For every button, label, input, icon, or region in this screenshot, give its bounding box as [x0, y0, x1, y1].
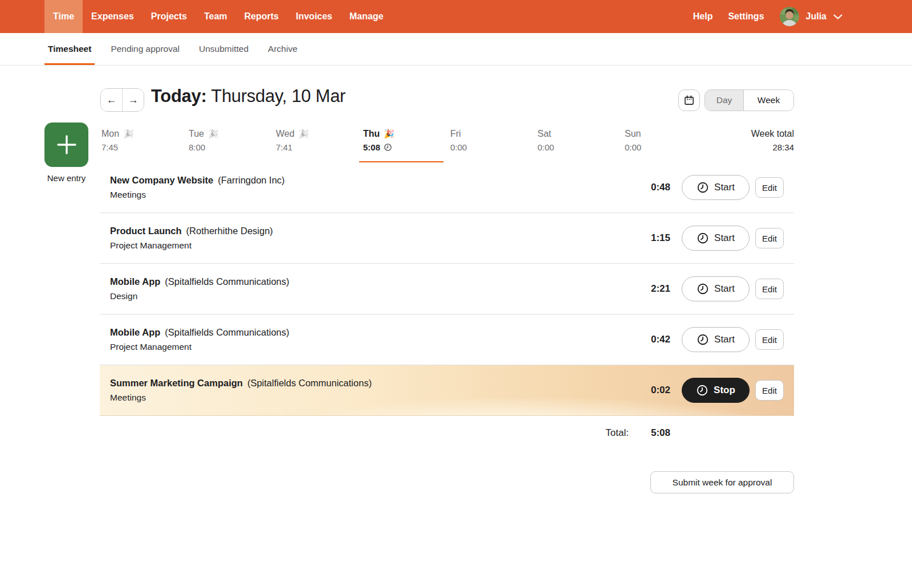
- settings-link[interactable]: Settings: [728, 11, 764, 22]
- start-timer-button[interactable]: Start: [682, 226, 750, 251]
- nav-item-projects[interactable]: Projects: [142, 0, 196, 33]
- entry-project: Mobile App: [110, 327, 160, 337]
- nav-item-invoices[interactable]: Invoices: [287, 0, 341, 33]
- celebration-emoji: 🎉: [299, 129, 310, 139]
- today-label: Today:: [151, 86, 207, 106]
- nav-item-expenses[interactable]: Expenses: [83, 0, 142, 33]
- clock-icon: [697, 283, 709, 295]
- stop-timer-button[interactable]: Stop: [682, 378, 750, 403]
- tab-unsubmitted[interactable]: Unsubmitted: [196, 33, 252, 65]
- day-column-tue[interactable]: Tue 🎉 8:00: [189, 129, 276, 152]
- nav-item-reports[interactable]: Reports: [236, 0, 287, 33]
- help-link[interactable]: Help: [693, 11, 713, 22]
- timer-button-label: Start: [714, 283, 735, 295]
- entry-row: Product Launch(Rotherhithe Design) Proje…: [100, 213, 794, 264]
- timer-button-label: Start: [714, 182, 735, 193]
- timer-button-label: Start: [714, 334, 735, 345]
- tab-archive[interactable]: Archive: [264, 33, 301, 65]
- day-name: Fri: [450, 129, 461, 139]
- entry-task: Project Management: [110, 240, 651, 251]
- entry-time: 0:02: [651, 385, 670, 396]
- day-name: Wed: [276, 129, 295, 139]
- week-day-columns: Mon 🎉 7:45 Tue 🎉 8:00 Wed 🎉 7:41 Thu 🎉: [101, 129, 794, 152]
- entry-text: Product Launch(Rotherhithe Design) Proje…: [110, 226, 651, 251]
- tab-timesheet[interactable]: Timesheet: [44, 33, 95, 65]
- new-entry-label: New entry: [44, 173, 88, 183]
- date-text: Thursday, 10 Mar: [207, 86, 346, 106]
- entry-client: (Spitalfields Communications): [165, 276, 289, 287]
- week-view-segment[interactable]: Week: [744, 90, 793, 111]
- day-time: 7:41: [276, 142, 292, 152]
- edit-entry-button[interactable]: Edit: [755, 329, 784, 350]
- entry-project: Mobile App: [110, 276, 160, 287]
- day-column-sat[interactable]: Sat 0:00: [538, 129, 625, 152]
- edit-entry-button[interactable]: Edit: [755, 177, 784, 198]
- timer-stop-icon: [696, 384, 709, 397]
- edit-entry-button[interactable]: Edit: [755, 279, 784, 299]
- day-time: 0:00: [625, 142, 641, 152]
- entry-row: Summer Marketing Campaign(Spitalfields C…: [100, 365, 794, 416]
- entry-project: Summer Marketing Campaign: [110, 378, 243, 388]
- nav-item-manage[interactable]: Manage: [341, 0, 392, 33]
- start-timer-button[interactable]: Start: [682, 175, 750, 200]
- entry-text: Mobile App(Spitalfields Communications) …: [110, 276, 651, 301]
- day-column-sun[interactable]: Sun 0:00: [625, 129, 712, 152]
- entry-list: New Company Website(Farringdon Inc) Meet…: [100, 162, 794, 416]
- entry-task: Meetings: [110, 190, 651, 200]
- calendar-icon: [683, 95, 695, 106]
- entry-text: Summer Marketing Campaign(Spitalfields C…: [110, 378, 651, 403]
- entry-row: New Company Website(Farringdon Inc) Meet…: [100, 162, 794, 213]
- page-title: Today: Thursday, 10 Mar: [151, 86, 345, 107]
- entry-client: (Rotherhithe Design): [186, 226, 273, 236]
- entry-text: Mobile App(Spitalfields Communications) …: [110, 327, 651, 352]
- day-column-thu[interactable]: Thu 🎉 5:08: [363, 129, 450, 152]
- celebration-emoji: 🎉: [384, 129, 394, 139]
- celebration-emoji: 🎉: [208, 129, 219, 139]
- nav-item-team[interactable]: Team: [196, 0, 236, 33]
- day-name: Mon: [101, 129, 119, 139]
- day-column-fri[interactable]: Fri 0:00: [450, 129, 538, 152]
- prev-day-button[interactable]: ←: [101, 89, 123, 111]
- day-name: Tue: [189, 129, 204, 139]
- user-menu[interactable]: Julia: [780, 7, 842, 26]
- day-name: Sat: [538, 129, 551, 139]
- start-timer-button[interactable]: Start: [682, 276, 750, 301]
- day-column-mon[interactable]: Mon 🎉 7:45: [101, 129, 189, 152]
- edit-entry-button[interactable]: Edit: [755, 228, 784, 248]
- clock-icon: [697, 333, 709, 346]
- timesheet-content: ← → Today: Thursday, 10 Mar Day Week New…: [0, 66, 912, 588]
- entry-task: Design: [110, 291, 651, 301]
- edit-entry-button[interactable]: Edit: [755, 380, 784, 401]
- new-entry-button[interactable]: [44, 122, 88, 167]
- day-view-segment[interactable]: Day: [705, 90, 744, 111]
- day-name: Thu: [363, 129, 380, 139]
- nav-item-time[interactable]: Time: [44, 0, 83, 33]
- date-nav-arrows: ← →: [100, 88, 144, 112]
- chevron-down-icon[interactable]: [833, 14, 842, 19]
- tab-pending-approval[interactable]: Pending approval: [107, 33, 183, 65]
- day-time: 0:00: [450, 142, 467, 152]
- day-time: 8:00: [189, 142, 205, 152]
- entry-text: New Company Website(Farringdon Inc) Meet…: [110, 175, 651, 200]
- submit-week-button[interactable]: Submit week for approval: [650, 471, 794, 493]
- timer-button-label: Stop: [714, 385, 735, 396]
- entry-row: Mobile App(Spitalfields Communications) …: [100, 264, 794, 315]
- calendar-picker-button[interactable]: [678, 89, 700, 111]
- entry-client: (Spitalfields Communications): [165, 327, 289, 337]
- top-nav-right: Help Settings: [693, 0, 842, 33]
- day-time: 5:08: [363, 142, 380, 152]
- next-day-button[interactable]: →: [123, 89, 144, 111]
- start-timer-button[interactable]: Start: [682, 327, 750, 352]
- top-nav-items: TimeExpensesProjectsTeamReportsInvoicesM…: [44, 0, 392, 33]
- entry-project: Product Launch: [110, 226, 182, 236]
- entry-task: Meetings: [110, 393, 651, 403]
- day-name: Sun: [625, 129, 641, 139]
- day-time: 7:45: [101, 142, 118, 152]
- user-name: Julia: [806, 11, 826, 22]
- day-column-wed[interactable]: Wed 🎉 7:41: [276, 129, 363, 152]
- avatar[interactable]: [780, 7, 799, 26]
- entry-client: (Spitalfields Communications): [247, 378, 372, 388]
- day-total: Total: 5:08: [100, 427, 794, 439]
- week-total-value: 28:34: [751, 142, 794, 152]
- running-timer-icon: [384, 143, 392, 152]
